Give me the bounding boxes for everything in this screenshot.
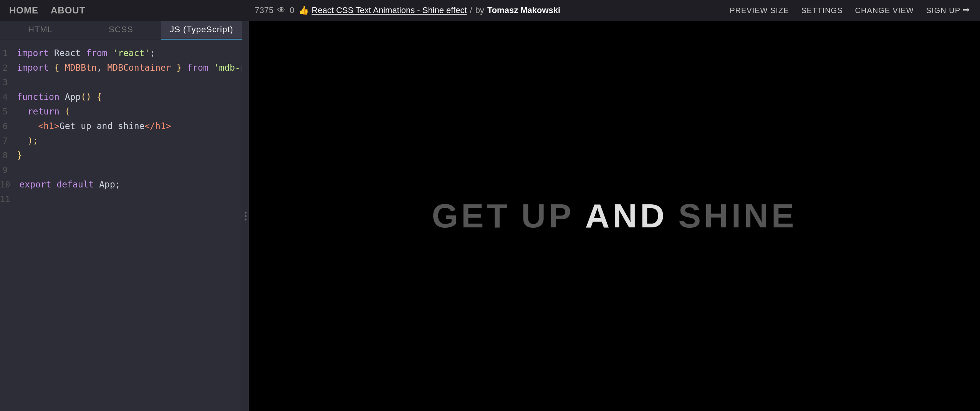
signup-icon: ⮕ xyxy=(963,6,971,15)
divider-dot-1 xyxy=(245,212,247,214)
editor-tabs: HTML SCSS JS (TypeScript) xyxy=(0,21,242,40)
divider-handle xyxy=(245,212,247,220)
shine-word-shine: SHINE xyxy=(678,196,797,235)
shine-word-get: GET xyxy=(432,196,511,235)
preview-panel: GET UP AND SHINE xyxy=(249,21,980,411)
pen-title[interactable]: React CSS Text Animations - Shine effect xyxy=(312,5,467,15)
signup-button[interactable]: SIGN UP ⮕ xyxy=(926,6,971,15)
code-line-6: 6 <h1>Get up and shine</h1> xyxy=(0,119,242,134)
code-line-2: 2 import { MDBBtn, MDBContainer } from '… xyxy=(0,61,242,75)
like-count: 0 xyxy=(290,5,294,15)
main-layout: HTML SCSS JS (TypeScript) 1 import React… xyxy=(0,21,980,411)
divider-dot-2 xyxy=(245,215,247,217)
about-link[interactable]: ABOUT xyxy=(51,5,85,16)
pen-by: by xyxy=(475,5,484,15)
code-line-3: 3 xyxy=(0,75,242,90)
code-line-11: 11 xyxy=(0,192,242,207)
shine-word-up: UP xyxy=(521,196,574,235)
code-line-7: 7 ); xyxy=(0,134,242,148)
views-icon: 👁 xyxy=(277,5,286,15)
topnav-center: 7375 👁 0 👍 React CSS Text Animations - S… xyxy=(98,5,717,15)
code-line-10: 10 export default App; xyxy=(0,177,242,192)
editor-divider[interactable] xyxy=(242,21,249,411)
pen-author[interactable]: Tomasz Makowski xyxy=(487,5,560,15)
code-line-9: 9 xyxy=(0,163,242,177)
divider-dot-3 xyxy=(245,219,247,220)
code-line-8: 8 } xyxy=(0,148,242,163)
pen-slash: / xyxy=(470,5,472,15)
code-editor[interactable]: 1 import React from 'react'; 2 import { … xyxy=(0,40,242,411)
home-link[interactable]: HOME xyxy=(9,5,38,16)
like-icon: 👍 xyxy=(298,5,309,15)
topnav-right: PREVIEW SIZE SETTINGS CHANGE VIEW SIGN U… xyxy=(730,6,971,15)
tab-html[interactable]: HTML xyxy=(0,21,81,40)
signup-label: SIGN UP xyxy=(926,6,960,15)
preview-size-button[interactable]: PREVIEW SIZE xyxy=(730,6,789,15)
pen-stats: 7375 👁 0 👍 xyxy=(255,5,308,15)
settings-button[interactable]: SETTINGS xyxy=(801,6,843,15)
topnav: HOME ABOUT 7375 👁 0 👍 React CSS Text Ani… xyxy=(0,0,980,21)
shine-animation-text: GET UP AND SHINE xyxy=(432,196,797,235)
code-line-5: 5 return ( xyxy=(0,104,242,119)
editor-section: HTML SCSS JS (TypeScript) 1 import React… xyxy=(0,21,242,411)
change-view-button[interactable]: CHANGE VIEW xyxy=(855,6,914,15)
topnav-left: HOME ABOUT xyxy=(9,5,85,16)
tab-js[interactable]: JS (TypeScript) xyxy=(161,21,242,40)
code-content: 1 import React from 'react'; 2 import { … xyxy=(0,40,242,213)
tab-scss[interactable]: SCSS xyxy=(81,21,161,40)
view-count: 7375 xyxy=(255,5,273,15)
code-line-4: 4 function App() { xyxy=(0,90,242,104)
shine-word-and: AND xyxy=(585,196,668,235)
code-line-1: 1 import React from 'react'; xyxy=(0,46,242,61)
